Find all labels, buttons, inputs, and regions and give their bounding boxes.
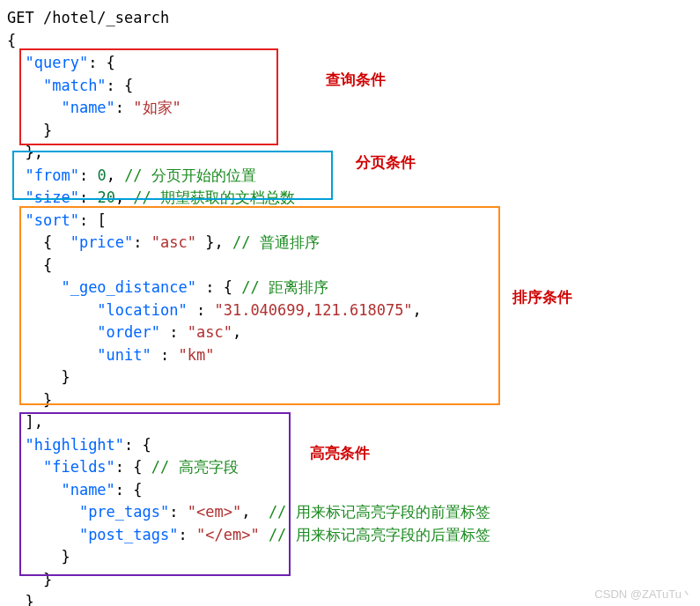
highlight-box <box>19 412 291 576</box>
pagination-box <box>12 151 333 200</box>
watermark: CSDN @ZATuTu丶 <box>594 586 693 603</box>
sort-box <box>19 206 500 405</box>
query-box <box>19 48 278 145</box>
label-query: 查询条件 <box>326 69 386 92</box>
label-hl: 高亮条件 <box>310 442 370 465</box>
request-line: GET /hotel/_search <box>7 9 169 26</box>
label-page: 分页条件 <box>356 152 416 174</box>
label-sort: 排序条件 <box>512 286 572 309</box>
